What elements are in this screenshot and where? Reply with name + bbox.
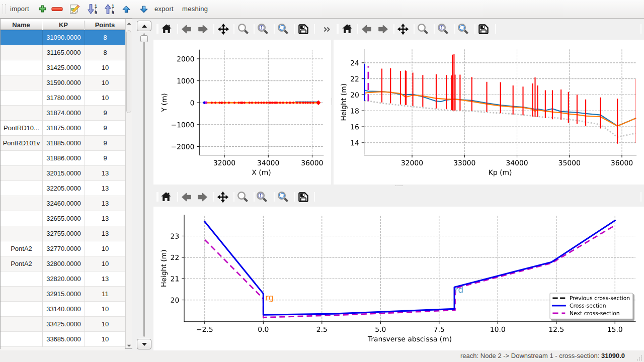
svg-text:1: 1 — [95, 4, 97, 9]
svg-text:1: 1 — [112, 4, 114, 9]
